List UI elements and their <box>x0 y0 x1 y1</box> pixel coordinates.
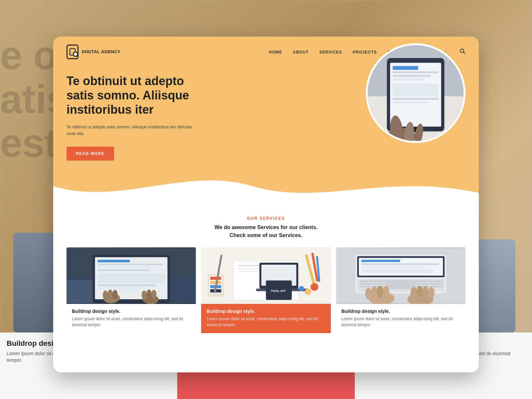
logo-icon <box>66 45 78 59</box>
logo-phone-icon <box>69 48 75 56</box>
svg-rect-31 <box>97 287 143 289</box>
service-card-2-text: Lorem ipsum dolor sit amet, consectetur … <box>206 316 325 328</box>
service-card-1-text: Lorem ipsum dolor sit amet, consectetur … <box>72 316 191 328</box>
hero-title: Te obtinuit ut adepto satis somno. Aliis… <box>66 74 213 117</box>
svg-rect-76 <box>361 269 433 273</box>
services-header: OUR SERVICES We do awesome Services for … <box>66 216 466 239</box>
svg-point-60 <box>311 283 318 291</box>
services-section: OUR SERVICES We do awesome Services for … <box>53 206 479 346</box>
svg-point-37 <box>142 291 147 300</box>
service-card-3-image <box>336 247 466 304</box>
svg-rect-69 <box>359 283 443 285</box>
svg-rect-25 <box>97 260 130 262</box>
services-label: OUR SERVICES <box>66 216 466 221</box>
svg-point-39 <box>151 290 157 299</box>
svg-point-61 <box>305 289 311 295</box>
service-card-3-text: Lorem ipsum dolor sit amet, consectetur … <box>341 316 460 328</box>
svg-rect-13 <box>393 98 439 100</box>
service-card-1-body: Buildrop design style. Lorem ipsum dolor… <box>66 304 196 333</box>
service-card-3: Buildrop design style. Lorem ipsum dolor… <box>336 247 466 333</box>
svg-point-82 <box>383 286 389 298</box>
service-card-2-body: Buildrop design style. Lorem ipsum dolor… <box>201 304 331 333</box>
hero-tablet-illustration <box>368 43 464 143</box>
service-card-1-image <box>66 247 196 304</box>
svg-rect-29 <box>97 273 165 283</box>
logo: DIGITAL AGENCY <box>66 45 121 59</box>
service-card-2-image: TOOL KIT <box>201 247 331 304</box>
svg-rect-11 <box>393 78 425 80</box>
hero-circle-bg <box>368 45 464 141</box>
svg-point-79 <box>365 288 371 299</box>
svg-point-1 <box>73 54 75 55</box>
svg-rect-30 <box>97 284 156 286</box>
svg-rect-68 <box>359 281 443 282</box>
service-card-3-body: Buildrop design style. Lorem ipsum dolor… <box>336 304 466 333</box>
svg-rect-28 <box>97 270 149 271</box>
svg-rect-12 <box>393 83 439 96</box>
hero-circle-image <box>366 43 466 143</box>
hero-section: DIGITAL AGENCY HOME ABOUT SERVICES PROJE… <box>53 37 479 206</box>
svg-point-80 <box>371 286 377 298</box>
svg-rect-70 <box>359 286 443 287</box>
service-image-tools: TOOL KIT <box>201 247 331 304</box>
svg-rect-43 <box>210 277 221 280</box>
svg-rect-26 <box>97 264 162 265</box>
service-card-1: Buildrop design style. Lorem ipsum dolor… <box>66 247 196 333</box>
main-card: DIGITAL AGENCY HOME ABOUT SERVICES PROJE… <box>53 37 479 372</box>
logo-text: DIGITAL AGENCY <box>82 49 121 55</box>
svg-rect-75 <box>361 266 426 268</box>
svg-point-86 <box>428 287 434 299</box>
service-card-2: TOOL KIT Buildrop design style. Lorem ip… <box>201 247 331 333</box>
svg-point-36 <box>112 290 118 299</box>
svg-rect-10 <box>393 75 431 77</box>
service-cards: Buildrop design style. Lorem ipsum dolor… <box>66 247 466 333</box>
service-image-laptop2 <box>336 247 466 304</box>
svg-point-62 <box>299 286 304 291</box>
svg-rect-0 <box>70 49 75 55</box>
read-more-button[interactable]: READ MORE <box>66 147 114 161</box>
svg-rect-27 <box>97 267 156 268</box>
hero-description: Te obtinuit ut adepto satis somno. Aliis… <box>66 124 193 138</box>
svg-point-84 <box>416 286 423 297</box>
hero-content: Te obtinuit ut adepto satis somno. Aliis… <box>53 67 226 161</box>
service-card-3-title: Buildrop design style. <box>341 309 460 314</box>
nav-about[interactable]: ABOUT <box>293 50 309 55</box>
svg-line-3 <box>464 52 465 54</box>
svg-point-83 <box>411 287 417 299</box>
svg-rect-14 <box>393 101 428 103</box>
hero-wave <box>53 166 479 206</box>
svg-point-85 <box>422 286 429 298</box>
service-card-1-title: Buildrop design style. <box>72 309 191 314</box>
services-title: We do awesome Services for our clients.C… <box>66 223 466 239</box>
svg-point-81 <box>377 286 383 297</box>
svg-point-35 <box>108 290 113 299</box>
svg-rect-74 <box>361 263 439 265</box>
nav-home[interactable]: HOME <box>269 50 282 55</box>
svg-point-38 <box>146 290 152 299</box>
svg-rect-8 <box>393 66 418 70</box>
svg-rect-73 <box>361 260 400 262</box>
svg-text:TOOL KIT: TOOL KIT <box>271 289 286 293</box>
service-image-laptop1 <box>66 247 196 304</box>
service-card-2-title: Buildrop design style. <box>206 309 325 314</box>
svg-point-34 <box>103 291 108 300</box>
svg-rect-9 <box>393 71 439 73</box>
nav-services[interactable]: SERVICES <box>319 50 342 55</box>
